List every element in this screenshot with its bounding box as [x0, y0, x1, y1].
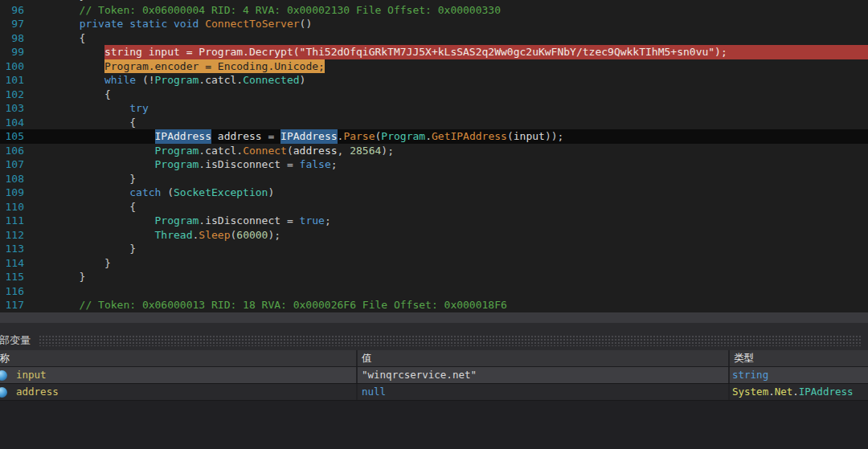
- code-token: isDisconnect: [205, 214, 280, 228]
- code-token: [199, 17, 205, 31]
- line-number[interactable]: 111: [0, 214, 29, 228]
- code-token: input: [514, 129, 545, 144]
- code-line[interactable]: 96 // Token: 0x06000004 RID: 4 RVA: 0x00…: [0, 3, 868, 18]
- code-token: void: [174, 17, 199, 31]
- code-token: .: [425, 129, 432, 144]
- panel-splitter[interactable]: [0, 312, 868, 323]
- code-line-content: {: [29, 116, 868, 130]
- column-header-value[interactable]: 值: [358, 350, 730, 366]
- code-token: IPAddress: [280, 129, 337, 144]
- code-line[interactable]: 111 Program.isDisconnect = true;: [0, 214, 868, 228]
- code-line[interactable]: 98 {: [0, 31, 868, 46]
- code-token: GetIPAddress: [432, 129, 507, 144]
- locals-row[interactable]: input"winqrcservice.net"string: [0, 367, 868, 384]
- decompiler-window: 95 }96 // Token: 0x06000004 RID: 4 RVA: …: [0, 0, 868, 449]
- code-line-content: Program.isDisconnect = false;: [29, 157, 868, 172]
- line-number[interactable]: 107: [0, 157, 29, 172]
- line-number[interactable]: 99: [0, 45, 29, 59]
- line-number[interactable]: 101: [0, 73, 29, 88]
- code-line[interactable]: 105 IPAddress address = IPAddress.Parse(…: [0, 129, 868, 144]
- code-token: .: [193, 228, 199, 243]
- locals-row[interactable]: addressnullSystem.Net.IPAddress: [0, 384, 868, 401]
- code-line[interactable]: 112 Thread.Sleep(60000);: [0, 228, 868, 243]
- code-line[interactable]: 110 {: [0, 200, 868, 214]
- code-line[interactable]: 101 while (!Program.catcl.Connected): [0, 73, 868, 88]
- code-token: // Token: 0x06000013 RID: 18 RVA: 0x0000…: [29, 298, 507, 312]
- code-line-content: Program.catcl.Connect(address, 28564);: [29, 144, 868, 158]
- line-number[interactable]: 115: [0, 270, 29, 284]
- code-line[interactable]: 117 // Token: 0x06000013 RID: 18 RVA: 0x…: [0, 298, 868, 312]
- code-line[interactable]: 99 string input = Program.Decrypt("Thi52…: [0, 45, 868, 59]
- line-number[interactable]: 104: [0, 116, 29, 130]
- line-number[interactable]: 117: [0, 298, 29, 312]
- line-number[interactable]: 100: [0, 59, 29, 74]
- code-token: .: [338, 129, 344, 144]
- code-token: {: [29, 200, 136, 214]
- code-token: [29, 73, 104, 88]
- line-number[interactable]: 96: [0, 3, 29, 18]
- code-line-content: string input = Program.Decrypt("Thi52dOf…: [29, 45, 868, 59]
- code-token: }: [29, 256, 111, 271]
- line-number[interactable]: 114: [0, 256, 29, 271]
- column-header-type[interactable]: 类型: [730, 350, 868, 366]
- line-number[interactable]: 106: [0, 144, 29, 158]
- code-line[interactable]: 109 catch (SocketException): [0, 186, 868, 200]
- code-token: [29, 59, 104, 74]
- code-line[interactable]: 103 try: [0, 101, 868, 116]
- code-token: Program: [155, 144, 199, 158]
- variable-value-cell[interactable]: null: [358, 384, 730, 400]
- line-number[interactable]: 103: [0, 101, 29, 116]
- line-number[interactable]: 113: [0, 242, 29, 256]
- code-line[interactable]: 113 }: [0, 242, 868, 256]
- code-token: while: [104, 73, 136, 88]
- code-line-content: }: [29, 172, 868, 186]
- code-line[interactable]: 97 private static void ConnectToServer(): [0, 17, 868, 31]
- code-editor[interactable]: 95 }96 // Token: 0x06000004 RID: 4 RVA: …: [0, 0, 868, 312]
- code-line[interactable]: 107 Program.isDisconnect = false;: [0, 157, 868, 172]
- variable-name-cell[interactable]: input: [0, 367, 358, 383]
- code-token: .: [199, 144, 205, 158]
- line-number[interactable]: 110: [0, 200, 29, 214]
- code-token: =: [280, 157, 299, 172]
- variable-name-cell[interactable]: address: [0, 384, 358, 400]
- code-line[interactable]: 102 {: [0, 88, 868, 102]
- code-line-content: catch (SocketException): [29, 186, 868, 200]
- code-token: =: [280, 214, 299, 228]
- variable-name: address: [16, 384, 59, 400]
- line-number[interactable]: 97: [0, 17, 29, 31]
- code-line[interactable]: 116: [0, 284, 868, 299]
- line-number[interactable]: 109: [0, 186, 29, 200]
- line-number[interactable]: 116: [0, 284, 29, 299]
- code-token: [29, 17, 80, 31]
- locals-grid-header: 名称 值 类型: [0, 350, 868, 367]
- code-token: =: [268, 129, 280, 144]
- code-token: true: [300, 214, 325, 228]
- line-number[interactable]: 112: [0, 228, 29, 243]
- code-token: ;: [331, 157, 338, 172]
- type-token: .: [792, 386, 799, 398]
- line-number[interactable]: 108: [0, 172, 29, 186]
- code-token: }: [29, 242, 136, 256]
- code-token: string input = Program.Decrypt("Thi52dOf…: [104, 45, 868, 59]
- code-token: (: [507, 129, 514, 144]
- code-line[interactable]: 100 Program.encoder = Encoding.Unicode;: [0, 59, 868, 74]
- code-line[interactable]: 106 Program.catcl.Connect(address, 28564…: [0, 144, 868, 158]
- code-token: (: [375, 129, 382, 144]
- variable-value-cell[interactable]: "winqrcservice.net": [358, 367, 730, 383]
- type-token: .: [768, 386, 775, 398]
- column-header-name[interactable]: 名称: [0, 350, 358, 366]
- code-token: false: [300, 157, 331, 172]
- line-number[interactable]: 102: [0, 88, 29, 102]
- code-line[interactable]: 115 }: [0, 270, 868, 284]
- line-number[interactable]: 105: [0, 129, 29, 144]
- code-token: ): [268, 186, 274, 200]
- code-line[interactable]: 108 }: [0, 172, 868, 186]
- locals-panel-titlebar[interactable]: 局部变量: [0, 323, 868, 350]
- code-line[interactable]: 114 }: [0, 256, 868, 271]
- code-line[interactable]: 104 {: [0, 116, 868, 130]
- code-token: );: [381, 144, 394, 158]
- code-token: [123, 17, 129, 31]
- code-token: .: [236, 73, 243, 88]
- line-number[interactable]: 98: [0, 31, 29, 46]
- code-token: private: [80, 17, 124, 31]
